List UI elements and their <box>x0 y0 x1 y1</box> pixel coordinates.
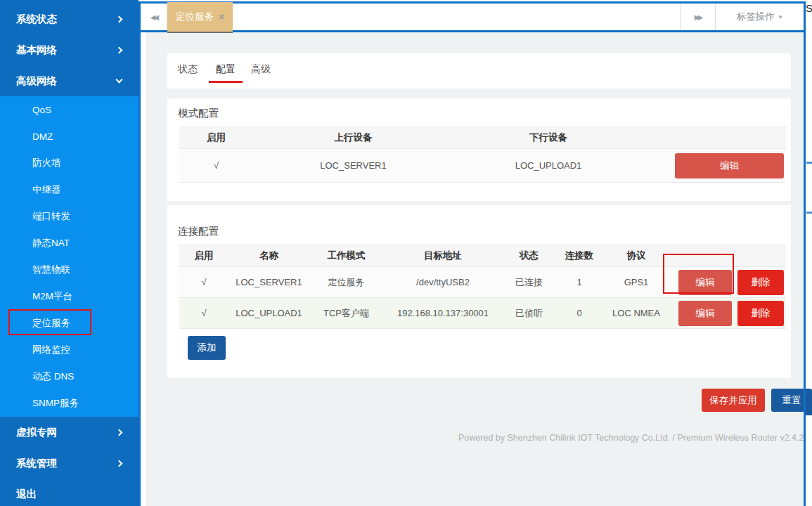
sidebar-item-vpn[interactable]: 虚拟专网 <box>0 417 138 448</box>
column-header-connections: 连接数 <box>555 245 603 266</box>
mode-config-table: 启用 上行设备 下行设备 √ LOC_SERVER1 LOC_UPLOAD1 编… <box>179 126 786 183</box>
sidebar-item-label: 退出 <box>16 488 37 501</box>
frame-right-border <box>804 1 806 506</box>
mode-value: TCP客户端 <box>309 298 383 328</box>
add-connection-button[interactable]: 添加 <box>188 336 226 360</box>
sidebar-item-snmp-service[interactable]: SNMP服务 <box>0 390 138 417</box>
sidebar-submenu-advanced-network: QoS DMZ 防火墙 中继器 端口转发 静态NAT 智慧物联 M2M平台 定位… <box>0 96 138 417</box>
scroll-tabs-right-button[interactable]: ▶▶ <box>681 4 715 30</box>
clipped-background-text: S <box>806 2 812 14</box>
edit-connection-button[interactable]: 编辑 <box>678 301 732 326</box>
tab-strip: ◀◀ 定位服务 × ▶▶ 标签操作 ▾ <box>141 1 804 32</box>
column-header-actions <box>669 245 786 266</box>
router-admin-page: 系统状态 基本网络 高级网络 QoS DMZ 防火墙 中继器 端口转发 静态NA… <box>0 0 812 506</box>
sidebar-item-smart-iot[interactable]: 智慧物联 <box>0 257 138 283</box>
sidebar-item-advanced-network[interactable]: 高级网络 <box>0 65 138 96</box>
section-title: 模式配置 <box>178 107 219 120</box>
clipped-background-button <box>806 392 812 415</box>
active-tab-underline <box>209 81 243 83</box>
tab-actions-label: 标签操作 <box>737 11 775 23</box>
sidebar-item-basic-network[interactable]: 基本网络 <box>0 34 138 65</box>
sidebar-item-system-management[interactable]: 系统管理 <box>0 448 138 479</box>
sidebar-item-port-forwarding[interactable]: 端口转发 <box>0 203 138 230</box>
page-tabs-card: 状态 配置 高级 <box>167 53 791 89</box>
table-header-row: 启用 上行设备 下行设备 <box>179 126 786 149</box>
column-header-protocol: 协议 <box>603 245 669 266</box>
row-actions: 编辑 删除 <box>669 298 786 328</box>
sidebar-item-dmz[interactable]: DMZ <box>0 123 138 150</box>
sidebar-item-label: 基本网络 <box>16 44 57 57</box>
name-value: LOC_SERVER1 <box>228 267 309 297</box>
section-title: 连接配置 <box>178 225 219 238</box>
sidebar-item-system-status[interactable]: 系统状态 <box>0 4 138 34</box>
sidebar-item-label: 系统状态 <box>16 13 57 26</box>
close-tab-icon[interactable]: × <box>219 11 224 22</box>
sidebar-item-label: 系统管理 <box>16 457 57 470</box>
scroll-tabs-left-button[interactable]: ◀◀ <box>141 4 167 30</box>
clipped-background-line <box>806 162 812 164</box>
column-header-mode: 工作模式 <box>309 245 383 266</box>
tab-location-service[interactable]: 定位服务 × <box>167 2 233 33</box>
sidebar-item-static-nat[interactable]: 静态NAT <box>0 230 138 257</box>
row-actions: 编辑 删除 <box>669 267 786 297</box>
column-header-uplink: 上行设备 <box>253 127 453 148</box>
connections-value: 1 <box>555 267 603 297</box>
sidebar-item-dynamic-dns[interactable]: 动态 DNS <box>0 363 138 390</box>
connection-config-table: 启用 名称 工作模式 目标地址 状态 连接数 协议 √ LOC_SERVER1 … <box>179 245 786 329</box>
tab-label: 定位服务 <box>176 11 214 23</box>
target-value: /dev/ttyUSB2 <box>383 267 503 297</box>
edit-connection-button[interactable]: 编辑 <box>678 270 732 295</box>
sidebar: 系统状态 基本网络 高级网络 QoS DMZ 防火墙 中继器 端口转发 静态NA… <box>0 0 138 506</box>
tab-status[interactable]: 状态 <box>178 63 198 76</box>
sidebar-item-label: 高级网络 <box>16 74 57 88</box>
sidebar-item-label: 虚拟专网 <box>16 426 57 439</box>
protocol-value: LOC NMEA <box>603 298 669 328</box>
clipped-background-line <box>806 212 812 214</box>
sidebar-item-logout[interactable]: 退出 <box>0 479 138 506</box>
column-header-downlink: 下行设备 <box>453 127 643 148</box>
status-value: 已侦听 <box>503 298 555 328</box>
protocol-value: GPS1 <box>603 267 669 297</box>
column-header-target: 目标地址 <box>383 245 503 266</box>
downlink-device-value: LOC_UPLOAD1 <box>453 149 643 182</box>
mode-config-section: 模式配置 启用 上行设备 下行设备 √ LOC_SERVER1 LOC_UPLO… <box>167 98 791 201</box>
chevron-right-icon <box>116 460 123 467</box>
delete-connection-button[interactable]: 删除 <box>737 301 784 326</box>
tab-actions-dropdown[interactable]: 标签操作 ▾ <box>715 4 804 30</box>
connection-config-section: 连接配置 启用 名称 工作模式 目标地址 状态 连接数 协议 √ LOC_SER… <box>167 205 791 378</box>
delete-connection-button[interactable]: 删除 <box>737 270 784 295</box>
mode-value: 定位服务 <box>309 267 383 297</box>
edit-mode-button[interactable]: 编辑 <box>675 153 784 179</box>
double-left-arrow-icon: ◀◀ <box>150 13 157 21</box>
save-and-apply-button[interactable]: 保存并应用 <box>702 389 765 412</box>
double-right-arrow-icon: ▶▶ <box>695 13 701 21</box>
sidebar-item-network-monitor[interactable]: 网络监控 <box>0 337 138 363</box>
chevron-right-icon <box>116 46 123 53</box>
table-row: √ LOC_SERVER1 LOC_UPLOAD1 编辑 <box>179 149 786 183</box>
sidebar-item-firewall[interactable]: 防火墙 <box>0 150 138 176</box>
table-header-row: 启用 名称 工作模式 目标地址 状态 连接数 协议 <box>179 245 786 267</box>
tab-advanced[interactable]: 高级 <box>251 63 271 76</box>
uplink-device-value: LOC_SERVER1 <box>253 149 453 182</box>
sidebar-item-qos[interactable]: QoS <box>0 96 138 123</box>
sidebar-item-m2m-platform[interactable]: M2M平台 <box>0 283 138 310</box>
column-header-enable: 启用 <box>179 127 253 148</box>
target-value: 192.168.10.137:30001 <box>383 298 503 328</box>
row-actions: 编辑 <box>643 149 786 182</box>
column-header-enable: 启用 <box>179 245 228 266</box>
chevron-down-icon <box>116 77 123 84</box>
status-value: 已连接 <box>503 267 555 297</box>
table-row: √ LOC_UPLOAD1 TCP客户端 192.168.10.137:3000… <box>179 298 786 329</box>
powered-by-text: Powered by Shenzhen Chilink IOT Technolo… <box>458 433 804 444</box>
tab-config[interactable]: 配置 <box>216 63 236 76</box>
chevron-right-icon <box>116 429 123 436</box>
enable-checkmark: √ <box>179 267 228 297</box>
name-value: LOC_UPLOAD1 <box>228 298 309 328</box>
caret-down-icon: ▾ <box>779 13 782 20</box>
connections-value: 0 <box>555 298 603 328</box>
column-header-status: 状态 <box>503 245 555 266</box>
column-header-name: 名称 <box>228 245 309 266</box>
chevron-right-icon <box>116 15 123 22</box>
sidebar-item-location-service[interactable]: 定位服务 <box>0 310 138 337</box>
sidebar-item-repeater[interactable]: 中继器 <box>0 176 138 203</box>
